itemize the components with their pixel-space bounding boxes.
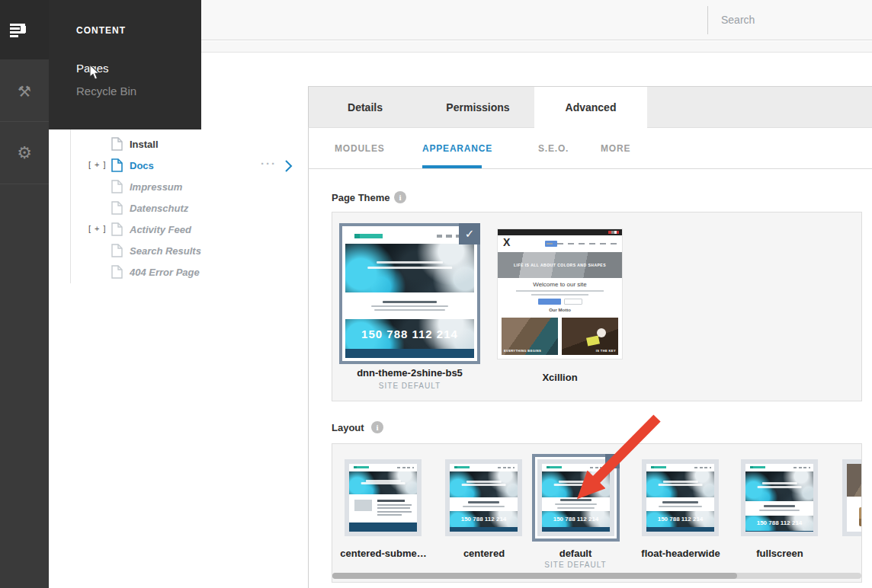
thumbnail-phone-number: 150 788 112 214: [646, 511, 714, 526]
row-actions-ellipsis-icon[interactable]: ···: [261, 157, 277, 170]
subtab-more[interactable]: MORE: [601, 143, 630, 154]
layout-scrollbar-thumb[interactable]: [332, 573, 737, 579]
xcillion-right-caption: IS THE KEY: [596, 349, 616, 353]
expand-icon[interactable]: [ + ]: [88, 224, 107, 233]
layout-thumbnail: 150 788 112 214: [745, 464, 813, 532]
layout-picker: centered-subme… 150 788 112 214 centered: [332, 443, 862, 583]
sidebar-item-settings[interactable]: ⚙: [0, 122, 49, 184]
active-subtab-underline: [422, 165, 482, 168]
content-editor-icon: [10, 24, 26, 37]
page-icon: [111, 201, 123, 215]
tree-row-activity-feed[interactable]: [ + ] Activity Feed: [49, 220, 308, 240]
layout-thumbnail: [349, 464, 417, 532]
theme-thumbnail-xcillion: X LIFE IS ALL ABOUT COLORS AND SHAPES We…: [497, 228, 623, 360]
xcillion-logo: X: [503, 236, 510, 248]
thumbnail-phone-number: 150 788 112 214: [745, 516, 813, 531]
content-flyout-menu: CONTENT Pages Recycle Bin: [49, 0, 201, 129]
layout-card-landing[interactable]: [842, 459, 862, 536]
page-theme-picker: 150 788 112 214 ✓ dnn-theme-2shine-bs5 S…: [332, 212, 862, 401]
page-icon: [111, 222, 123, 236]
menu-item-recycle-bin[interactable]: Recycle Bin: [76, 85, 136, 97]
tree-row-install[interactable]: Install: [49, 135, 308, 155]
site-default-tag: SITE DEFAULT: [339, 382, 480, 390]
persona-bar: ⚒ ⚙: [0, 0, 49, 588]
layout-name: default: [526, 548, 625, 559]
theme-card-xcillion[interactable]: X LIFE IS ALL ABOUT COLORS AND SHAPES We…: [497, 228, 623, 360]
tree-row-datenschutz[interactable]: Datenschutz: [49, 199, 308, 219]
search-divider: [707, 6, 708, 34]
page-theme-info-icon[interactable]: i: [394, 191, 406, 203]
expand-icon[interactable]: [ + ]: [88, 160, 107, 169]
search-input[interactable]: [721, 9, 872, 30]
layout-card-fullscreen[interactable]: 150 788 112 214: [741, 459, 818, 536]
main-tab-bar: Details Permissions Advanced: [308, 86, 872, 128]
thumbnail-phone-number: 150 788 112 214: [450, 511, 518, 526]
xcillion-welcome: Welcome to our site: [498, 281, 622, 288]
page-theme-title: Page Theme: [332, 192, 390, 203]
site-default-tag: SITE DEFAULT: [526, 561, 625, 569]
tree-item-label[interactable]: Docs: [130, 160, 154, 171]
tree-row-404[interactable]: 404 Error Page: [49, 263, 308, 283]
tree-item-label[interactable]: Datenschutz: [130, 203, 188, 214]
subtab-seo[interactable]: S.E.O.: [538, 143, 569, 154]
thumbnail-phone-number: 150 788 112 214: [542, 511, 610, 526]
tree-item-label[interactable]: Search Results: [130, 245, 201, 257]
theme-name: Xcillion: [497, 372, 623, 383]
settings-gear-icon: ⚙: [0, 143, 49, 163]
page-icon: [111, 180, 123, 193]
theme-name: dnn-theme-2shine-bs5: [339, 367, 480, 379]
layout-name: float-headerwide: [631, 548, 730, 559]
open-page-chevron-icon[interactable]: [284, 159, 293, 173]
tree-item-label[interactable]: Install: [130, 139, 159, 150]
xcillion-hero-caption: LIFE IS ALL ABOUT COLORS AND SHAPES: [514, 263, 606, 267]
layout-name: centered: [434, 548, 534, 559]
tab-details[interactable]: Details: [309, 87, 422, 129]
layout-card-centered[interactable]: 150 788 112 214: [445, 459, 522, 536]
xcillion-motto: Our Motto: [498, 308, 622, 312]
tree-row-docs[interactable]: [ + ] Docs ···: [49, 156, 308, 176]
layout-name: centered-subme…: [334, 548, 433, 559]
thumbnail-phone-number: 150 788 112 214: [345, 319, 474, 349]
sub-tab-bar: MODULES APPEARANCE S.E.O. MORE: [308, 128, 872, 169]
sidebar-item-tools[interactable]: ⚒: [0, 59, 49, 122]
tab-permissions[interactable]: Permissions: [422, 87, 534, 129]
page-icon: [111, 244, 123, 257]
layout-scrollbar-track[interactable]: [332, 573, 861, 579]
layout-thumbnail: 150 788 112 214: [646, 464, 714, 532]
theme-thumbnail-2shine: 150 788 112 214: [345, 229, 474, 358]
subtab-modules[interactable]: MODULES: [335, 143, 385, 154]
page-icon-selected: [111, 158, 123, 172]
layout-card-float-headerwide[interactable]: 150 788 112 214: [642, 459, 719, 536]
tab-advanced[interactable]: Advanced: [534, 87, 647, 129]
tree-item-label[interactable]: 404 Error Page: [130, 267, 200, 278]
layout-title: Layout: [332, 422, 364, 433]
page-icon: [111, 265, 123, 279]
xcillion-left-caption: EVERYTHING BEGINS: [504, 349, 541, 353]
theme-card-2shine-selected[interactable]: 150 788 112 214 ✓: [339, 223, 480, 364]
layout-card-default-selected[interactable]: 150 788 112 214 ✓: [532, 454, 620, 542]
sidebar-item-content[interactable]: [0, 0, 49, 59]
mouse-cursor-icon: [88, 64, 102, 81]
tree-row-impressum[interactable]: Impressum: [49, 177, 308, 197]
page-icon: [111, 137, 123, 151]
layout-thumbnail: 150 788 112 214: [542, 464, 610, 532]
layout-info-icon[interactable]: i: [371, 421, 383, 433]
layout-thumbnail: 150 788 112 214: [450, 464, 518, 532]
layout-thumbnail: [847, 464, 862, 532]
layout-name: fullscreen: [730, 548, 829, 559]
layout-name: lan: [831, 548, 862, 559]
layout-card-centered-submenu[interactable]: [345, 459, 422, 536]
tools-icon: ⚒: [0, 82, 49, 101]
flyout-title: CONTENT: [76, 25, 126, 36]
tree-item-label[interactable]: Impressum: [130, 181, 182, 193]
subtab-appearance[interactable]: APPEARANCE: [422, 143, 492, 154]
tree-row-search-results[interactable]: Search Results: [49, 241, 308, 261]
selected-check-icon: ✓: [605, 454, 620, 468]
selected-check-icon: ✓: [459, 223, 480, 244]
tree-item-label[interactable]: Activity Feed: [130, 224, 191, 235]
appearance-panel: Page Theme i 150 788 112 214 ✓ dnn-theme…: [308, 169, 872, 588]
dnn-pages-appearance-screen: Install [ + ] Docs ··· Impressum Datensc…: [0, 0, 872, 588]
